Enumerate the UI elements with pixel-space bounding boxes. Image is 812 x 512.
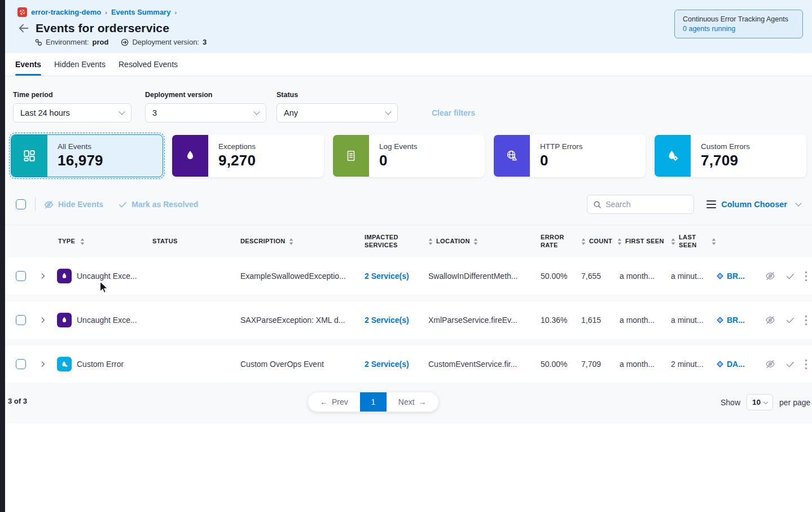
resolve-event-button[interactable]: [785, 360, 795, 369]
impacted-services-link[interactable]: 2 Service(s): [365, 272, 428, 281]
row-checkbox[interactable]: [16, 315, 26, 325]
event-description: SAXParseException: XML d...: [240, 316, 345, 325]
column-header-impacted-services[interactable]: IMPACTED SERVICES: [365, 234, 414, 250]
jira-diamond-icon: [716, 360, 724, 368]
prev-page-button[interactable]: ← Prev: [308, 392, 360, 412]
card-http-errors[interactable]: HTTP Errors 0: [493, 134, 646, 177]
column-header-first-seen[interactable]: FIRST SEEN: [625, 238, 664, 246]
check-icon: [785, 360, 795, 369]
error-rate: 50.00%: [538, 272, 579, 281]
expand-row-button[interactable]: [39, 316, 47, 324]
resolve-event-button[interactable]: [785, 272, 795, 281]
column-header-description[interactable]: DESCRIPTION: [240, 238, 286, 246]
current-page-button[interactable]: 1: [360, 392, 387, 412]
hide-event-button[interactable]: [765, 358, 776, 370]
sort-icon[interactable]: [289, 238, 293, 245]
table-row[interactable]: Uncaught Exce... ExampleSwallowedExcepti…: [5, 257, 812, 295]
column-header-type[interactable]: TYPE: [58, 238, 75, 246]
column-header-status[interactable]: STATUS: [152, 238, 178, 246]
header-meta: Environment: prod Deployment version: 3: [34, 38, 803, 46]
row-menu-button[interactable]: [805, 271, 807, 282]
search-input[interactable]: [605, 200, 679, 209]
status-value: Any: [284, 108, 298, 117]
ticket-id: DA...: [727, 360, 745, 369]
tab-resolved-events[interactable]: Resolved Events: [118, 53, 178, 76]
next-page-button[interactable]: Next →: [387, 392, 438, 412]
page-size-value: 10: [752, 398, 761, 406]
status-select[interactable]: Any: [276, 103, 398, 122]
card-custom-errors[interactable]: Custom Errors 7,709: [654, 134, 806, 177]
agents-panel: Continuous Error Tracking Agents 0 agent…: [674, 10, 803, 38]
tab-events[interactable]: Events: [15, 53, 41, 76]
column-chooser-button[interactable]: Column Chooser: [721, 200, 787, 209]
impacted-services-link[interactable]: 2 Service(s): [365, 316, 428, 325]
impacted-services-link[interactable]: 2 Service(s): [365, 360, 428, 369]
tab-hidden-events[interactable]: Hidden Events: [54, 53, 106, 76]
sort-icon[interactable]: [80, 238, 85, 245]
collapsed-nav-rail[interactable]: [0, 0, 5, 512]
hide-events-button[interactable]: Hide Events: [43, 199, 103, 210]
eye-off-icon: [43, 199, 54, 210]
select-all-checkbox[interactable]: [16, 199, 26, 209]
error-tracking-logo-icon: [17, 7, 27, 17]
chevron-right-icon: [39, 316, 47, 324]
chevron-down-icon: [385, 108, 391, 115]
column-header-count[interactable]: COUNT: [589, 238, 612, 246]
show-label: Show: [721, 398, 740, 407]
hide-event-button[interactable]: [765, 314, 776, 326]
event-type: Uncaught Exce...: [77, 272, 137, 281]
environment-label: Environment:: [46, 38, 89, 46]
sort-icon[interactable]: [671, 238, 675, 245]
ticket-link[interactable]: DA...: [716, 360, 752, 369]
sort-icon[interactable]: [617, 238, 622, 245]
column-header-error-rate[interactable]: ERROR RATE: [541, 234, 571, 250]
table-row[interactable]: Custom Error Custom OverOps Event 2 Serv…: [5, 345, 812, 383]
event-type: Uncaught Exce...: [77, 316, 137, 325]
deployment-meta: Deployment version: 3: [121, 38, 207, 46]
expand-row-button[interactable]: [39, 272, 47, 280]
hide-event-button[interactable]: [765, 270, 776, 282]
clear-filters-button[interactable]: Clear filters: [432, 108, 475, 117]
row-menu-button[interactable]: [805, 315, 807, 326]
row-checkbox[interactable]: [16, 271, 26, 281]
columns-menu-icon[interactable]: [706, 200, 716, 209]
card-all-events[interactable]: All Events 16,979: [11, 134, 163, 177]
sort-icon[interactable]: [712, 238, 716, 245]
breadcrumb-section-link[interactable]: Events Summary: [111, 8, 171, 16]
deployment-version-select[interactable]: 3: [145, 103, 266, 122]
card-exceptions[interactable]: Exceptions 9,270: [172, 134, 324, 177]
event-count: 1,615: [579, 316, 615, 325]
card-value: 9,270: [218, 152, 256, 169]
row-checkbox[interactable]: [16, 359, 26, 369]
card-label: Custom Errors: [701, 142, 750, 151]
mark-resolved-button[interactable]: Mark as Resolved: [118, 200, 198, 209]
deployment-icon: [121, 38, 129, 46]
chevron-right-icon: [39, 360, 47, 368]
agents-running-link[interactable]: 0 agents running: [683, 25, 795, 33]
kebab-menu-icon: [805, 315, 807, 326]
sort-icon[interactable]: [428, 238, 433, 245]
status-label: Status: [276, 91, 398, 99]
sort-icon[interactable]: [473, 238, 478, 245]
breadcrumb-project-link[interactable]: error-tracking-demo: [31, 8, 101, 16]
table-row[interactable]: Uncaught Exce... SAXParseException: XML …: [5, 301, 812, 339]
flame-icon: [57, 269, 72, 283]
row-menu-button[interactable]: [805, 359, 807, 370]
chevron-down-icon: [253, 108, 260, 115]
card-log-events[interactable]: Log Events 0: [332, 134, 485, 177]
column-header-location[interactable]: LOCATION: [436, 238, 470, 246]
page-size-select[interactable]: 10: [747, 394, 773, 410]
search-box: [587, 195, 694, 214]
pagination: 3 of 3 ← Prev 1 Next → Show 10 per page: [5, 392, 812, 413]
ticket-link[interactable]: BR...: [716, 316, 752, 325]
resolve-event-button[interactable]: [785, 316, 795, 325]
time-period-select[interactable]: Last 24 hours: [13, 103, 131, 122]
back-button[interactable]: [17, 22, 30, 34]
expand-row-button[interactable]: [39, 360, 47, 368]
chevron-down-icon[interactable]: [795, 200, 801, 206]
column-header-last-seen[interactable]: LAST SEEN: [679, 234, 708, 250]
card-value: 16,979: [58, 152, 103, 169]
eye-off-icon: [765, 314, 776, 326]
sort-icon[interactable]: [581, 238, 586, 245]
ticket-link[interactable]: BR...: [716, 272, 752, 281]
